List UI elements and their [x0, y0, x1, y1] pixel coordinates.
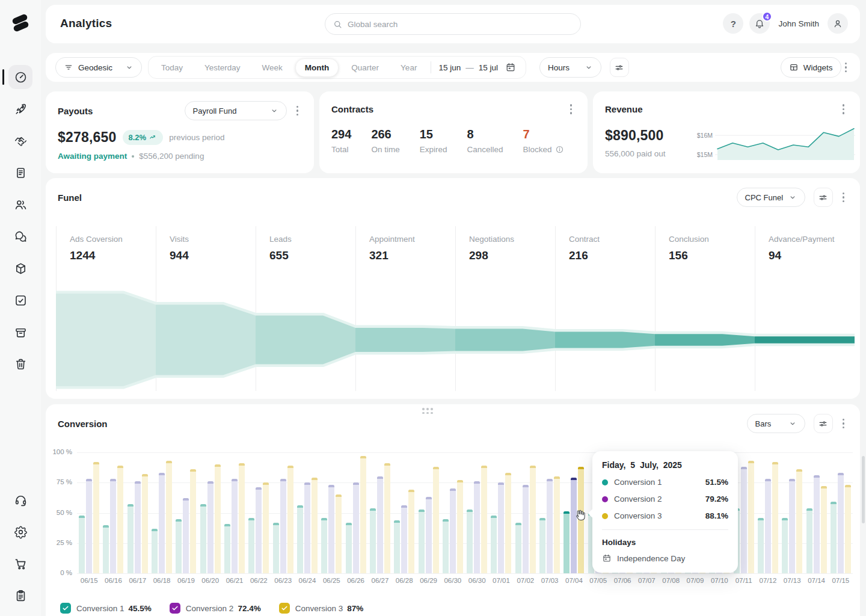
contracts-menu-button[interactable] [567, 101, 576, 117]
bar-conversion-2[interactable] [304, 482, 310, 573]
bar-group-07-15[interactable] [829, 452, 853, 573]
bar-conversion-2[interactable] [789, 479, 795, 573]
bar-group-06-26[interactable] [343, 452, 367, 573]
bar-conversion-2[interactable] [838, 473, 844, 573]
awaiting-payment-link[interactable]: Awaiting payment [58, 152, 127, 161]
bar-conversion-3[interactable] [433, 467, 439, 573]
notifications-button[interactable]: 4 [749, 13, 770, 34]
tab-month[interactable]: Month [295, 58, 339, 77]
bar-conversion-2[interactable] [110, 479, 116, 573]
tab-yesterday[interactable]: Yesterday [195, 59, 250, 76]
legend-item-2[interactable]: Conversion 272.4% [170, 603, 261, 614]
bar-conversion-2[interactable] [474, 481, 480, 573]
bar-group-06-28[interactable] [392, 452, 416, 573]
bar-conversion-1[interactable] [248, 518, 254, 574]
sidebar-item-chat[interactable] [8, 224, 32, 248]
bar-conversion-1[interactable] [370, 508, 376, 574]
sidebar-item-rocket[interactable] [8, 97, 32, 121]
bar-conversion-3[interactable] [845, 485, 851, 573]
bar-group-06-29[interactable] [416, 452, 440, 573]
bar-group-06-20[interactable] [198, 452, 223, 573]
tab-today[interactable]: Today [152, 59, 192, 76]
sidebar-item-gear[interactable] [8, 520, 32, 544]
bar-conversion-3[interactable] [408, 490, 414, 573]
sidebar-item-gauge[interactable] [8, 65, 32, 89]
funnel-settings-button[interactable] [814, 188, 833, 207]
calendar-button[interactable] [505, 62, 516, 73]
bar-conversion-2[interactable] [450, 488, 456, 573]
global-search[interactable] [325, 13, 581, 35]
widgets-button[interactable]: Widgets [781, 57, 841, 78]
sidebar-item-users[interactable] [8, 192, 32, 217]
bar-conversion-1[interactable] [491, 516, 497, 574]
bar-conversion-3[interactable] [360, 456, 366, 573]
bar-group-07-12[interactable] [756, 452, 780, 573]
bar-conversion-3[interactable] [457, 480, 463, 573]
bar-conversion-2[interactable] [280, 479, 286, 573]
bar-conversion-1[interactable] [79, 516, 85, 574]
bar-group-06-22[interactable] [247, 452, 271, 573]
bar-conversion-1[interactable] [321, 518, 327, 574]
bar-conversion-3[interactable] [117, 466, 123, 573]
bar-group-07-14[interactable] [804, 452, 828, 573]
search-input[interactable] [348, 20, 573, 29]
bar-conversion-3[interactable] [821, 486, 827, 573]
bar-conversion-3[interactable] [263, 482, 269, 573]
tab-quarter[interactable]: Quarter [342, 59, 388, 76]
conversion-menu-button[interactable] [839, 416, 849, 432]
filter-settings-button[interactable] [610, 58, 629, 77]
bar-group-06-19[interactable] [174, 452, 198, 573]
bar-conversion-3[interactable] [336, 494, 342, 573]
date-range[interactable]: 15 jun — 15 jul [438, 63, 498, 72]
bar-conversion-1[interactable] [806, 508, 812, 574]
bar-conversion-3[interactable] [481, 466, 487, 573]
bar-group-06-24[interactable] [295, 452, 319, 573]
sidebar-item-task-square[interactable] [8, 288, 32, 312]
help-button[interactable]: ? [723, 13, 743, 34]
bar-conversion-2[interactable] [377, 476, 383, 573]
bar-conversion-1[interactable] [467, 510, 473, 574]
sidebar-item-headset[interactable] [8, 488, 32, 512]
bar-conversion-1[interactable] [419, 510, 425, 574]
bar-conversion-2[interactable] [159, 473, 165, 573]
bar-conversion-1[interactable] [443, 519, 449, 573]
bar-conversion-3[interactable] [384, 463, 390, 573]
avatar[interactable] [828, 13, 848, 34]
bar-group-06-30[interactable] [465, 452, 489, 573]
bar-conversion-2[interactable] [547, 479, 553, 573]
bar-group-06-25[interactable] [319, 452, 343, 573]
bar-conversion-3[interactable] [505, 473, 511, 573]
bar-conversion-1[interactable] [273, 523, 279, 573]
conversion-settings-button[interactable] [814, 414, 833, 433]
bar-conversion-1[interactable] [782, 518, 788, 574]
bar-conversion-2[interactable] [232, 479, 238, 573]
bar-conversion-3[interactable] [530, 466, 536, 573]
conversion-type-select[interactable]: Bars [747, 414, 805, 433]
bar-conversion-2[interactable] [207, 481, 213, 573]
bar-conversion-1[interactable] [297, 505, 303, 573]
bar-conversion-2[interactable] [523, 485, 529, 573]
bar-conversion-2[interactable] [328, 485, 334, 573]
bar-conversion-1[interactable] [831, 502, 837, 573]
legend-checkbox[interactable] [170, 603, 180, 614]
bar-conversion-3[interactable] [93, 462, 99, 573]
bar-conversion-3[interactable] [772, 462, 778, 573]
bar-conversion-1[interactable] [346, 523, 352, 573]
payouts-menu-button[interactable] [293, 103, 302, 119]
bar-conversion-1[interactable] [394, 520, 400, 573]
sidebar-item-archive[interactable] [8, 320, 32, 344]
tab-week[interactable]: Week [253, 59, 292, 76]
bar-conversion-1[interactable] [539, 518, 545, 574]
bar-conversion-1[interactable] [103, 525, 109, 573]
funnel-chart[interactable] [56, 289, 855, 393]
bar-conversion-3[interactable] [554, 476, 560, 573]
bar-conversion-3[interactable] [215, 464, 221, 573]
sidebar-item-handshake[interactable] [8, 129, 32, 153]
bar-conversion-3[interactable] [190, 469, 196, 573]
bar-conversion-1[interactable] [200, 504, 206, 573]
legend-checkbox[interactable] [60, 603, 71, 614]
funnel-menu-button[interactable] [839, 189, 849, 206]
bar-conversion-3[interactable] [166, 461, 172, 573]
bar-conversion-2[interactable] [765, 479, 771, 573]
bar-conversion-2[interactable] [401, 505, 407, 573]
